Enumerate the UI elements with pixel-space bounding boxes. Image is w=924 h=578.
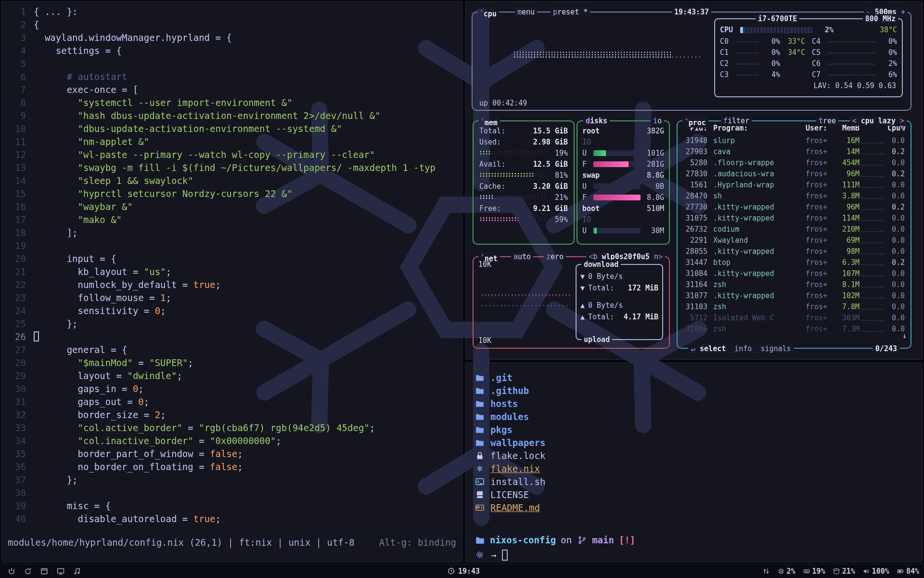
process-row[interactable]: 31164zshfros+8.1M0.0 <box>678 279 911 290</box>
net-zero-button[interactable]: zero <box>544 252 566 262</box>
process-row[interactable]: 31084.kitty-wrappedfros+107M0.0 <box>678 268 911 279</box>
proc-box-title: ⁴proc <box>682 116 708 128</box>
code-line: 25 }; <box>4 317 462 330</box>
process-row[interactable]: 27730.kitty-wrappedfros+96M0.2 <box>678 201 911 212</box>
proc-filter-button[interactable]: filter <box>721 116 752 126</box>
process-row[interactable]: 26732codiumfros+210M0.0 <box>678 223 911 235</box>
line-number: 18 <box>4 226 26 239</box>
process-row[interactable]: 27830.audacious-wrafros+96M0.2 <box>678 168 911 179</box>
folder-icon <box>475 373 485 382</box>
process-row[interactable]: 28470shfros+3.8M0.0 <box>678 190 911 201</box>
code-segment: = <box>133 357 149 368</box>
process-row[interactable]: 31447btopfros+6.3M0.2 <box>678 257 911 268</box>
process-row[interactable]: 2291Xwaylandfros+69M0.0 <box>678 235 911 246</box>
sort-prev-button[interactable]: < <box>852 117 857 125</box>
process-cpu: 0.0 <box>886 225 905 234</box>
code-segment: no_border_on_floating = <box>34 461 210 472</box>
code-line: 35 border_part_of_window = false; <box>4 447 462 460</box>
disk-usage-stat: 21% <box>833 567 855 576</box>
info-button[interactable]: info <box>734 344 752 353</box>
file-row: .github <box>475 384 913 397</box>
power-icon[interactable] <box>8 567 15 575</box>
process-user: fros+ <box>806 225 835 234</box>
core-name: C4 <box>812 37 825 46</box>
file-row: flake.lock <box>475 449 913 462</box>
process-row[interactable]: 31086zshfros+7.3M0.0 <box>678 323 911 334</box>
process-row[interactable]: 27903cavafros+14M0.2 <box>678 146 911 157</box>
network-traffic-icon[interactable] <box>762 567 770 575</box>
line-number: 21 <box>4 265 26 278</box>
proc-box-number: ⁴ <box>685 118 688 124</box>
scroll-up-indicator[interactable]: ↑ <box>902 123 907 132</box>
process-row[interactable]: 5712Isolated Web Cfros+303M0.0 <box>678 312 911 323</box>
dotted-leader <box>861 309 884 310</box>
upload-total-value: 4.17 MiB <box>624 313 658 321</box>
editor-pane[interactable]: 1{ ... }:2{3 wayland.windowManager.hyprl… <box>1 1 462 562</box>
code-text: misc = { <box>34 499 111 512</box>
code-segment: "col.inactive_border" <box>34 435 193 446</box>
disks-io-toggle[interactable]: io <box>651 116 664 126</box>
scroll-down-indicator[interactable]: ↓ <box>902 331 907 340</box>
code-text: "col.inactive_border" = "0x00000000"; <box>34 434 282 447</box>
window-icon[interactable] <box>40 567 48 575</box>
code-segment: kb_layout = <box>34 266 144 277</box>
download-arrow-icon: ▼ <box>580 272 585 281</box>
code-segment: disable_autoreload = <box>34 513 193 524</box>
ram-icon <box>803 568 810 575</box>
download-total-row: ▼Total:172 MiB <box>580 282 658 294</box>
signals-button[interactable]: signals <box>760 344 791 353</box>
proc-tree-button[interactable]: tree <box>816 116 838 126</box>
process-cpu: 0.0 <box>886 269 905 278</box>
process-row[interactable]: 31077.kitty-wrappedfros+102M0.0 <box>678 290 911 301</box>
system-monitor-pane: ¹cpu menu preset * 19:43:37 - 500ms + up… <box>465 1 923 360</box>
code-line: 38 <box>4 486 462 499</box>
disk-name: swap <box>582 171 600 180</box>
process-user: fros+ <box>806 302 835 311</box>
shell-input-line[interactable]: → <box>475 548 913 562</box>
code-text: "dbus-update-activation-environment --sy… <box>34 122 342 135</box>
code-text: disable_autoreload = true; <box>34 512 221 525</box>
process-row[interactable]: 31075.kitty-wrappedfros+114M0.0 <box>678 212 911 223</box>
stat-value: 21% <box>842 567 855 576</box>
select-button[interactable]: ↵ select <box>691 344 726 353</box>
code-line: 31 gaps_out = 0; <box>4 395 462 408</box>
menu-button[interactable]: menu <box>515 7 537 17</box>
code-text: border_size = 2; <box>34 408 166 421</box>
preset-button[interactable]: preset * <box>551 7 590 17</box>
refresh-icon[interactable] <box>24 567 32 575</box>
music-icon[interactable] <box>73 567 81 575</box>
disk-meter-row: U30M <box>578 225 668 236</box>
net-auto-button[interactable]: auto <box>511 252 533 262</box>
statusline-file-info: modules/home/hyprland/config.nix (26,1) … <box>8 536 355 549</box>
code-segment: ; <box>166 292 171 303</box>
monitor-icon[interactable] <box>57 567 64 575</box>
process-cpu: 0.0 <box>886 192 905 200</box>
disk-meter-row: U101G <box>578 147 668 158</box>
code-segment: ; <box>216 279 221 290</box>
code-segment: 2 <box>155 409 160 420</box>
process-program: Xwayland <box>707 236 806 245</box>
process-list: 31948slurpfros+16M0.027903cavafros+14M0.… <box>678 135 911 334</box>
process-cpu: 0.0 <box>886 280 905 289</box>
process-user: fros+ <box>806 325 835 333</box>
process-row[interactable]: 31948slurpfros+16M0.0 <box>678 135 911 146</box>
code-line: 17 "mako &" <box>4 213 462 226</box>
process-cpu: 0.2 <box>886 258 905 267</box>
dotted-leader <box>861 143 884 144</box>
line-number: 20 <box>4 252 26 265</box>
disk-icon <box>833 568 840 575</box>
core-cell: C76% <box>812 70 897 79</box>
enter-icon: ↵ <box>691 344 695 353</box>
process-row[interactable]: 31103zshfros+7.8M0.0 <box>678 301 911 312</box>
code-line: 30 gaps_in = 0; <box>4 382 462 395</box>
process-row[interactable]: 28055.kitty-wrappedfros+98M0.0 <box>678 246 911 257</box>
process-row[interactable]: 1561.Hyprland-wrapfros+111M0.0 <box>678 179 911 190</box>
interval-increase-button[interactable]: + <box>901 8 905 16</box>
editor-buffer: 1{ ... }:2{3 wayland.windowManager.hyprl… <box>4 5 462 525</box>
net-next-interface-button[interactable]: n <box>654 252 658 261</box>
disk-meter-bar <box>593 184 641 189</box>
disks-box-title[interactable]: disks <box>583 116 610 126</box>
dotted-leader <box>828 41 875 42</box>
process-row[interactable]: 5280.floorp-wrappefros+454M0.0 <box>678 157 911 168</box>
terminal-pane[interactable]: .git.githubhostsmodulespkgswallpapersfla… <box>465 363 923 562</box>
